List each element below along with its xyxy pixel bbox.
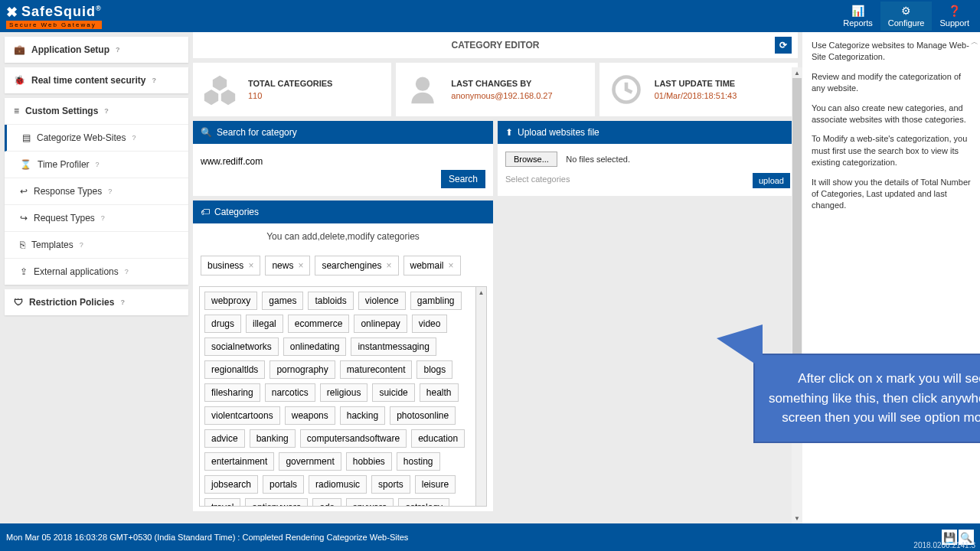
category-item[interactable]: sports [371,475,410,494]
category-item[interactable]: weapons [285,406,335,425]
category-item[interactable]: socialnetworks [204,337,279,356]
category-item[interactable]: illegal [246,315,283,333]
sidebar-time[interactable]: ⌛Time Profiler? [5,152,188,178]
sidebar-custom[interactable]: ≡Custom Settings? [5,98,188,125]
category-item[interactable]: onlinedating [283,337,347,356]
category-item[interactable]: suicide [372,383,414,402]
category-item[interactable]: violentcartoons [204,406,280,425]
sidebar: 💼Application Setup? 🐞Real time content s… [0,32,193,523]
sidebar-rtcs[interactable]: 🐞Real time content security? [5,67,188,93]
search-button[interactable]: Search [441,170,485,188]
arrow-right-icon: ↪ [20,213,28,223]
category-item[interactable]: antispyware [245,498,308,507]
scroll-down-icon[interactable]: ▼ [792,513,802,523]
selected-category-tag: webmail× [403,256,461,276]
category-item[interactable]: jobsearch [204,475,258,494]
remove-tag-icon[interactable]: × [386,260,391,271]
selected-categories: business×news×searchengines×webmail× [193,249,493,282]
category-item[interactable]: portals [263,475,304,494]
scroll-thumb[interactable] [792,78,802,369]
category-item[interactable]: banking [250,429,296,448]
selected-category-tag: searchengines× [315,256,398,276]
category-item[interactable]: religious [320,383,368,402]
sidebar-restriction[interactable]: 🛡Restriction Policies? [5,289,188,315]
category-item[interactable]: hobbies [346,452,392,471]
clock-icon [607,70,645,109]
boxes-icon [201,70,239,109]
nav-reports[interactable]: 📊Reports [835,2,880,31]
select-categories-placeholder: Select categories [505,174,790,184]
category-item[interactable]: entertainment [204,452,274,471]
upload-button[interactable]: upload [753,173,790,188]
search-input[interactable] [201,152,485,171]
category-item[interactable]: filesharing [204,383,260,402]
category-item[interactable]: narcotics [265,383,315,402]
category-item[interactable]: hosting [397,452,440,471]
category-item[interactable]: ecommerce [288,315,350,333]
collapse-icon[interactable]: ︿ [971,37,978,47]
browse-button[interactable]: Browse... [505,152,557,167]
category-item[interactable]: education [411,429,465,448]
nav-configure[interactable]: ⚙Configure [880,2,933,31]
category-item[interactable]: gambling [410,292,462,310]
shield-icon: 🛡 [14,297,23,308]
scroll-up-icon[interactable]: ▲ [476,287,486,298]
version-label: 2018.0206.2141.3 [913,541,975,549]
category-item[interactable]: advice [204,429,245,448]
category-item[interactable]: radiomusic [309,475,367,494]
help-icon: ? [80,241,83,249]
category-item[interactable]: webproxy [204,292,257,310]
categories-hint: You can add,delete,modify categories [193,223,493,249]
category-item[interactable]: government [279,452,341,471]
help-icon: ? [152,77,156,84]
sidebar-categorize[interactable]: ▤Categorize Web-Sites? [5,125,188,152]
category-item[interactable]: instantmessaging [351,337,436,356]
sidebar-external[interactable]: ⇪External applications? [5,259,188,285]
category-item[interactable]: drugs [204,315,241,333]
category-item[interactable]: tabloids [308,292,353,310]
category-item[interactable]: pornography [270,360,335,379]
remove-tag-icon[interactable]: × [449,260,454,271]
remove-tag-icon[interactable]: × [248,260,253,271]
scroll-up-icon[interactable]: ▲ [792,67,802,78]
upload-icon: ⬆ [505,127,513,138]
sidebar-templates[interactable]: ⎘Templates? [5,232,188,259]
category-item[interactable]: computersandsoftware [300,429,407,448]
category-item[interactable]: violence [358,292,406,310]
copy-icon: ⎘ [20,240,25,250]
help-icon: ? [125,268,129,276]
categories-panel: 🏷Categories You can add,delete,modify ca… [193,201,493,511]
category-item[interactable]: astrology [398,498,449,507]
chart-icon: 📊 [843,5,873,17]
refresh-button[interactable]: ⟳ [775,37,792,54]
selected-category-tag: business× [201,256,260,276]
category-item[interactable]: video [412,315,448,333]
help-panel: ︿ Use Categorize websites to Manage Web-… [802,32,980,523]
category-item[interactable]: onlinepay [354,315,407,333]
category-item[interactable]: maturecontent [340,360,413,379]
main-scrollbar[interactable]: ▲ ▼ [792,67,802,523]
category-scrollbar[interactable]: ▲ [475,287,486,506]
stat-changes: LAST CHANGES BYanonymous@192.168.0.27 [396,63,594,116]
share-icon: ⇪ [20,266,28,277]
category-item[interactable]: regionaltlds [204,360,265,379]
file-status: No files selected. [566,155,630,164]
remove-tag-icon[interactable]: × [298,260,303,271]
briefcase-icon: 💼 [14,44,25,55]
category-item[interactable]: health [420,383,459,402]
sidebar-app-setup[interactable]: 💼Application Setup? [5,37,188,63]
nav-support[interactable]: ❓Support [932,2,977,31]
bug-icon: 🐞 [14,75,25,86]
category-item[interactable]: blogs [416,360,452,379]
category-item[interactable]: ads [312,498,341,507]
search-icon: 🔍 [201,127,212,138]
sidebar-req[interactable]: ↪Request Types? [5,205,188,232]
category-item[interactable]: spyware [346,498,394,507]
category-item[interactable]: leisure [415,475,456,494]
category-item[interactable]: games [262,292,303,310]
sidebar-resp[interactable]: ↩Response Types? [5,178,188,205]
category-item[interactable]: travel [204,498,240,507]
help-icon: ? [132,134,136,142]
category-item[interactable]: photosonline [390,406,456,425]
category-item[interactable]: hacking [340,406,385,425]
